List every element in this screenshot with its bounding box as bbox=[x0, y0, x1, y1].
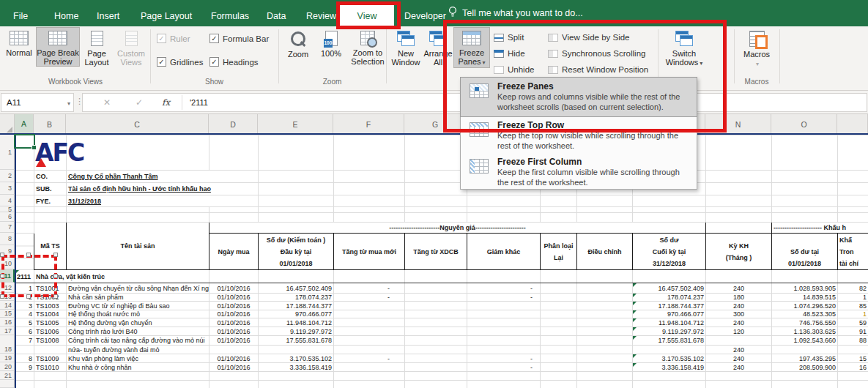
fye-label[interactable]: FYE. bbox=[34, 195, 67, 207]
cell[interactable] bbox=[577, 318, 633, 327]
cell[interactable] bbox=[577, 346, 633, 354]
col-header-P[interactable] bbox=[837, 114, 868, 135]
cell[interactable] bbox=[405, 346, 467, 354]
tab-home[interactable]: Home bbox=[45, 5, 87, 26]
zoom-button[interactable]: Zoom bbox=[281, 28, 315, 59]
cell[interactable]: 3.336.158.419 bbox=[633, 363, 706, 372]
split-button[interactable]: Split bbox=[494, 31, 524, 44]
cell[interactable]: 85 bbox=[838, 302, 868, 310]
cell[interactable]: 746.756.550 bbox=[772, 318, 838, 327]
cell[interactable] bbox=[577, 372, 633, 381]
cell[interactable]: 300 bbox=[706, 310, 772, 318]
cell[interactable] bbox=[541, 294, 577, 302]
row-header-11[interactable]: 11 bbox=[0, 269, 15, 283]
cell[interactable] bbox=[67, 207, 209, 213]
cell[interactable] bbox=[15, 135, 34, 171]
cell[interactable]: Công trình rào lưới B40 bbox=[67, 327, 209, 336]
cell[interactable] bbox=[405, 363, 467, 372]
cell[interactable] bbox=[15, 171, 34, 183]
cell[interactable] bbox=[772, 171, 838, 183]
cell[interactable]: 48.523.305 bbox=[772, 310, 838, 318]
cell[interactable] bbox=[334, 346, 405, 354]
cell[interactable] bbox=[405, 294, 467, 302]
row-header-9[interactable]: 9 bbox=[0, 245, 15, 258]
zoom-100-button[interactable]: 100% bbox=[316, 28, 346, 58]
cell[interactable] bbox=[405, 207, 467, 213]
row-header-13[interactable]: 13 bbox=[0, 293, 15, 301]
cell[interactable] bbox=[259, 270, 334, 283]
cell[interactable]: 11.948.104.712 bbox=[259, 318, 334, 327]
cell[interactable]: Công trình cải tạo nâng cấp đường vào mỏ… bbox=[67, 336, 209, 346]
cell[interactable]: 5 bbox=[15, 318, 34, 327]
cell[interactable] bbox=[405, 195, 467, 207]
cell[interactable] bbox=[772, 381, 838, 388]
row-header-10[interactable]: 10 bbox=[0, 258, 15, 269]
cell[interactable] bbox=[633, 207, 706, 213]
cell[interactable] bbox=[706, 183, 772, 195]
cell[interactable] bbox=[772, 207, 838, 213]
cell[interactable] bbox=[259, 195, 334, 207]
cell[interactable] bbox=[772, 346, 838, 354]
cell[interactable] bbox=[334, 270, 405, 283]
cell[interactable] bbox=[209, 207, 259, 213]
header-ngay-mua[interactable]: Ngày mua bbox=[209, 234, 259, 270]
row-header-7[interactable]: 7 bbox=[0, 222, 15, 233]
cell[interactable] bbox=[541, 207, 577, 213]
cell[interactable]: TS1003 bbox=[34, 302, 67, 310]
company-name[interactable]: Công ty Cổ phần Thanh Tâm bbox=[67, 171, 259, 183]
cell[interactable]: - bbox=[334, 283, 405, 294]
cell[interactable]: 9.119.297.972 bbox=[633, 327, 706, 336]
cell[interactable] bbox=[259, 372, 334, 381]
cell[interactable] bbox=[541, 327, 577, 336]
zoom-to-selection-button[interactable]: Zoom to Selection bbox=[347, 28, 388, 66]
cell[interactable]: 9 bbox=[15, 363, 34, 372]
cell[interactable] bbox=[838, 213, 868, 223]
cell[interactable] bbox=[838, 183, 868, 195]
cell[interactable] bbox=[838, 195, 868, 207]
page-break-preview-button[interactable]: Page Break Preview bbox=[37, 28, 79, 66]
cell[interactable]: 197.435.295 bbox=[772, 354, 838, 363]
cell[interactable] bbox=[706, 135, 772, 171]
co-label[interactable]: CO. bbox=[34, 171, 67, 183]
cell[interactable]: 120 bbox=[706, 327, 772, 336]
sub-label[interactable]: SUB. bbox=[34, 183, 67, 195]
header-khau-hao-col[interactable]: KhấTrontài chí bbox=[838, 234, 868, 270]
cell[interactable] bbox=[577, 310, 633, 318]
custom-views-button[interactable]: Custom Views bbox=[114, 28, 148, 67]
cell[interactable] bbox=[334, 302, 405, 310]
row-header-6[interactable]: 6 bbox=[0, 212, 15, 222]
cell[interactable] bbox=[467, 270, 541, 283]
cell[interactable] bbox=[334, 381, 405, 388]
cell[interactable] bbox=[334, 195, 405, 207]
enter-icon[interactable]: ✓ bbox=[136, 97, 143, 108]
cell[interactable]: 01/10/2016 bbox=[209, 363, 259, 372]
cell[interactable] bbox=[209, 372, 259, 381]
cell[interactable] bbox=[405, 171, 467, 183]
cell[interactable] bbox=[706, 171, 772, 183]
hide-button[interactable]: Hide bbox=[494, 47, 525, 60]
cell[interactable] bbox=[838, 171, 868, 183]
cell[interactable] bbox=[334, 318, 405, 327]
cell[interactable]: 240 bbox=[706, 354, 772, 363]
cell[interactable] bbox=[15, 195, 34, 207]
cell[interactable]: - bbox=[334, 294, 405, 302]
cell[interactable]: 2 bbox=[15, 294, 34, 302]
cell[interactable] bbox=[633, 213, 706, 223]
cell[interactable]: 3 bbox=[15, 302, 34, 310]
cell[interactable]: 178.074.237 bbox=[633, 294, 706, 302]
cell[interactable] bbox=[706, 270, 772, 283]
cell[interactable] bbox=[838, 270, 868, 283]
cell[interactable] bbox=[838, 135, 868, 171]
active-cell-2111[interactable]: 2111 bbox=[15, 270, 34, 283]
cell[interactable]: TS1009 bbox=[34, 354, 67, 363]
cell[interactable] bbox=[541, 318, 577, 327]
cell[interactable]: 7 bbox=[15, 336, 34, 346]
tab-review[interactable]: Review bbox=[297, 5, 345, 26]
cell[interactable] bbox=[467, 195, 541, 207]
cell[interactable]: 9.119.297.972 bbox=[259, 327, 334, 336]
cell[interactable] bbox=[541, 213, 577, 223]
col-header-D[interactable]: D bbox=[209, 114, 258, 135]
cell[interactable] bbox=[541, 302, 577, 310]
switch-windows-button[interactable]: Switch Windows bbox=[664, 28, 705, 68]
cell[interactable] bbox=[577, 207, 633, 213]
